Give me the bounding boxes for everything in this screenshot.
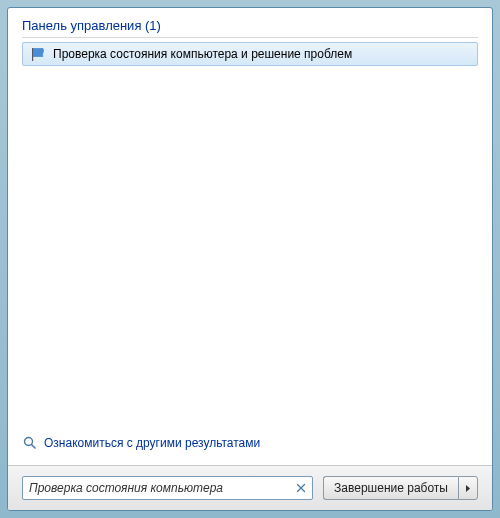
spacer (22, 66, 478, 429)
shutdown-button-group: Завершение работы (323, 476, 478, 500)
more-results-label: Ознакомиться с другими результатами (44, 436, 260, 450)
search-box (22, 476, 313, 500)
clear-icon[interactable] (294, 481, 308, 495)
magnifier-icon (22, 435, 38, 451)
search-result-item[interactable]: Проверка состояния компьютера и решение … (22, 42, 478, 66)
content-area: Панель управления (1) Проверка состояния… (8, 8, 492, 465)
arrow-right-icon (464, 484, 472, 493)
search-input[interactable] (22, 476, 313, 500)
shutdown-options-arrow[interactable] (458, 476, 478, 500)
more-results-link[interactable]: Ознакомиться с другими результатами (22, 429, 478, 459)
start-menu-search-panel: Панель управления (1) Проверка состояния… (7, 7, 493, 511)
flag-icon (29, 46, 47, 62)
bottom-bar: Завершение работы (8, 465, 492, 510)
result-label: Проверка состояния компьютера и решение … (53, 47, 352, 61)
shutdown-button[interactable]: Завершение работы (323, 476, 458, 500)
svg-line-2 (32, 445, 36, 449)
section-header-control-panel: Панель управления (1) (22, 18, 478, 38)
